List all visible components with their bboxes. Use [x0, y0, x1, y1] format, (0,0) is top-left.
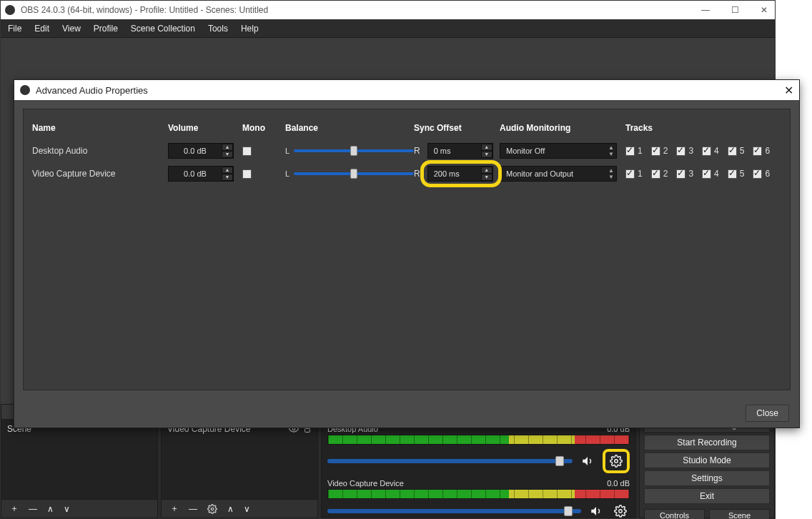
track-4-checkbox[interactable]	[702, 147, 711, 156]
menu-profile[interactable]: Profile	[94, 24, 118, 34]
track-1-checkbox[interactable]	[625, 169, 635, 179]
mixer-channel: Video Capture Device 0.0 dB	[327, 476, 630, 518]
close-button[interactable]: Close	[746, 405, 789, 422]
track-label: 1	[638, 169, 643, 179]
remove-scene-button[interactable]: —	[26, 503, 40, 515]
aa-source-row: Desktop Audio 0.0 dB ▲ ▼ L	[32, 139, 781, 162]
audio-meter	[327, 435, 630, 445]
aa-source-name: Desktop Audio	[32, 146, 168, 156]
monitor-value: Monitor Off	[500, 147, 606, 155]
col-tracks: Tracks	[625, 123, 791, 133]
settings-button[interactable]: Settings	[644, 470, 770, 486]
menu-tools[interactable]: Tools	[208, 24, 228, 34]
svg-point-2	[211, 508, 214, 510]
balance-right-label: R	[414, 169, 420, 179]
start-recording-button[interactable]: Start Recording	[644, 435, 770, 450]
mixer-body: Desktop Audio 0.0 dB	[322, 419, 635, 518]
dialog-title: Advanced Audio Properties	[36, 85, 784, 96]
track-label: 6	[765, 169, 770, 179]
track-5-checkbox[interactable]	[728, 169, 737, 179]
add-source-button[interactable]: ＋	[167, 501, 182, 516]
sync-offset-spinner[interactable]: 0 ms ▲ ▼	[427, 143, 493, 159]
minimize-button[interactable]: —	[698, 5, 713, 15]
main-window: OBS 24.0.3 (64-bit, windows) - Profile: …	[0, 0, 776, 519]
dialog-close-button[interactable]: ✕	[784, 84, 793, 97]
volume-spinner[interactable]: 0.0 dB ▲ ▼	[168, 166, 234, 182]
gear-icon[interactable]	[611, 503, 630, 518]
mixer-channel: Desktop Audio 0.0 dB	[327, 422, 630, 476]
tab-controls[interactable]: Controls	[644, 509, 705, 519]
close-button[interactable]: ✕	[758, 5, 771, 15]
move-source-down-button[interactable]: ∨	[241, 503, 253, 515]
titlebar: OBS 24.0.3 (64-bit, windows) - Profile: …	[1, 1, 775, 19]
select-arrows-icon: ▲▼	[606, 167, 616, 180]
spinner-up-icon[interactable]: ▲	[481, 144, 492, 151]
spinner-up-icon[interactable]: ▲	[481, 167, 492, 174]
menu-edit[interactable]: Edit	[34, 24, 49, 34]
track-4-checkbox[interactable]	[702, 169, 711, 179]
gear-icon[interactable]	[607, 453, 625, 469]
select-arrows-icon: ▲▼	[606, 144, 616, 157]
track-label: 1	[638, 146, 643, 156]
col-balance: Balance	[285, 123, 414, 133]
exit-button[interactable]: Exit	[644, 488, 770, 504]
track-5-checkbox[interactable]	[728, 147, 737, 156]
move-scene-down-button[interactable]: ∨	[61, 503, 73, 515]
track-label: 4	[714, 146, 719, 156]
mono-checkbox[interactable]	[242, 169, 252, 179]
spinner-up-icon[interactable]: ▲	[222, 167, 233, 174]
track-3-checkbox[interactable]	[676, 169, 685, 179]
track-1-checkbox[interactable]	[625, 147, 635, 156]
spinner-down-icon[interactable]: ▼	[222, 151, 233, 158]
spinner-down-icon[interactable]: ▼	[481, 174, 492, 181]
balance-left-label: L	[285, 147, 289, 155]
speaker-icon[interactable]	[587, 503, 605, 518]
audio-monitoring-select[interactable]: Monitor Off ▲▼	[500, 143, 617, 159]
obs-logo-icon	[5, 5, 15, 15]
track-2-checkbox[interactable]	[651, 169, 660, 179]
menu-scene-collection[interactable]: Scene Collection	[131, 24, 195, 34]
tab-scene-transitions[interactable]: Scene Transitions	[709, 509, 770, 519]
monitor-value: Monitor and Output	[500, 169, 606, 178]
sources-list[interactable]: Video Capture Device	[162, 419, 317, 499]
aa-header-row: Name Volume Mono Balance Sync Offset Aud…	[32, 117, 781, 139]
remove-source-button[interactable]: —	[186, 503, 200, 515]
move-source-up-button[interactable]: ∧	[224, 503, 237, 515]
track-6-checkbox[interactable]	[753, 169, 762, 179]
speaker-icon[interactable]	[578, 453, 597, 469]
volume-spinner[interactable]: 0.0 dB ▲ ▼	[168, 143, 234, 159]
volume-value: 0.0 dB	[169, 147, 222, 155]
track-label: 3	[688, 146, 693, 156]
add-scene-button[interactable]: ＋	[7, 501, 21, 516]
menu-view[interactable]: View	[62, 24, 81, 34]
col-volume: Volume	[168, 123, 242, 133]
aa-source-row: Video Capture Device 0.0 dB ▲ ▼ L	[32, 162, 781, 185]
sync-offset-spinner[interactable]: 200 ms ▲ ▼	[427, 166, 493, 182]
volume-slider[interactable]	[327, 509, 581, 513]
move-scene-up-button[interactable]: ∧	[44, 503, 56, 515]
volume-value: 0.0 dB	[169, 169, 222, 178]
track-2-checkbox[interactable]	[651, 147, 660, 156]
window-title: OBS 24.0.3 (64-bit, windows) - Profile: …	[21, 5, 698, 15]
maximize-button[interactable]: ☐	[728, 5, 742, 15]
studio-mode-button[interactable]: Studio Mode	[644, 453, 770, 468]
spinner-down-icon[interactable]: ▼	[222, 174, 233, 181]
mono-checkbox[interactable]	[242, 147, 252, 156]
audio-meter	[327, 489, 630, 499]
balance-slider[interactable]: L	[285, 147, 414, 155]
balance-slider[interactable]: L	[285, 169, 414, 178]
svg-rect-1	[305, 429, 310, 432]
scenes-list[interactable]: Scene	[1, 419, 157, 499]
spinner-up-icon[interactable]: ▲	[222, 144, 233, 151]
volume-slider[interactable]	[327, 459, 573, 463]
menu-file[interactable]: File	[8, 24, 21, 34]
track-3-checkbox[interactable]	[676, 147, 685, 156]
audio-monitoring-select[interactable]: Monitor and Output ▲▼	[500, 166, 617, 182]
menu-help[interactable]: Help	[241, 24, 259, 34]
balance-right-label: R	[414, 146, 420, 156]
col-name: Name	[32, 123, 168, 133]
spinner-down-icon[interactable]: ▼	[481, 151, 492, 158]
source-properties-button[interactable]	[204, 503, 220, 515]
track-6-checkbox[interactable]	[753, 147, 762, 156]
sources-toolbar: ＋ — ∧ ∨	[162, 499, 317, 518]
